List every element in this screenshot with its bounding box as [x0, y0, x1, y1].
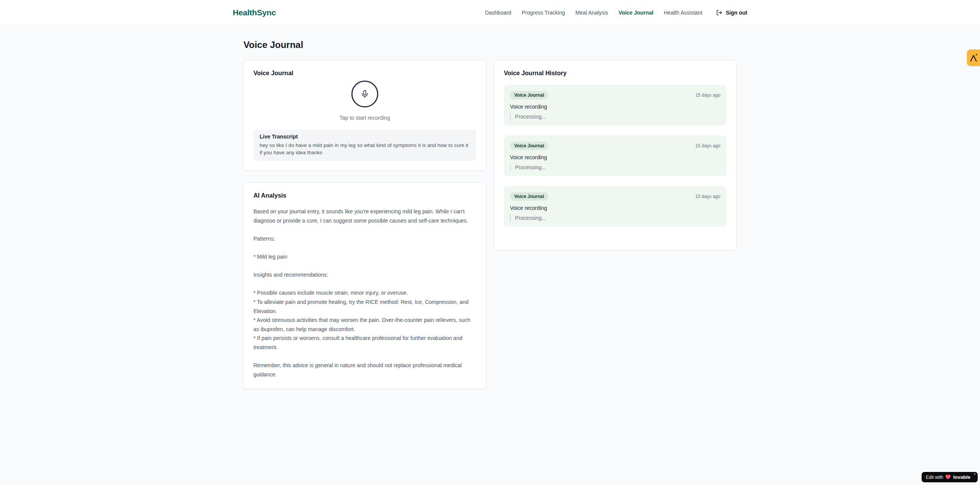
nav-item[interactable]: Dashboard [485, 10, 512, 16]
main-nav: Dashboard Progress Tracking Meal Analysi… [485, 10, 702, 16]
lovable-side-tab[interactable] [967, 49, 980, 66]
record-button[interactable] [351, 81, 378, 107]
app-logo[interactable]: HealthSync [233, 8, 276, 17]
history-processing-status: Processing... [510, 214, 720, 222]
nav-item[interactable]: Meal Analysis [575, 10, 608, 16]
recorder-card-title: Voice Journal [253, 70, 476, 77]
history-type-badge: Voice Journal [510, 192, 548, 201]
sign-out-button[interactable]: Sign out [716, 10, 747, 16]
history-type-badge: Voice Journal [510, 142, 548, 150]
history-entry-label: Voice recording [510, 205, 720, 211]
history-entry-label: Voice recording [510, 154, 720, 160]
history-entry-label: Voice recording [510, 104, 720, 110]
ai-analysis-title: AI Analysis [253, 192, 476, 199]
voice-journal-history-card: Voice Journal History Voice Journal 15 d… [494, 60, 737, 251]
ai-analysis-card: AI Analysis Based on your journal entry,… [243, 182, 486, 389]
voice-recorder-card: Voice Journal Tap to start recording [243, 60, 486, 171]
lovable-heart-icon [945, 475, 951, 480]
history-list-item[interactable]: Voice Journal 15 days ago Voice recordin… [504, 186, 727, 227]
history-card-title: Voice Journal History [504, 70, 727, 77]
close-icon[interactable]: × [973, 472, 976, 476]
lovable-brand-label: lovable [953, 474, 970, 480]
history-type-badge: Voice Journal [510, 91, 548, 99]
live-transcript-text: hey so like I do have a mild pain in my … [260, 142, 470, 156]
nav-item[interactable]: Voice Journal [619, 10, 654, 16]
main-content: Voice Journal Voice Journal [243, 25, 737, 389]
live-transcript-title: Live Transcript [260, 134, 470, 140]
history-list-item[interactable]: Voice Journal 15 days ago Voice recordin… [504, 135, 727, 176]
history-processing-status: Processing... [510, 113, 720, 120]
history-list-item[interactable]: Voice Journal 15 days ago Voice recordin… [504, 85, 727, 125]
sign-out-label: Sign out [726, 10, 747, 16]
top-navbar: HealthSync Dashboard Progress Tracking M… [0, 0, 980, 25]
tap-to-record-label: Tap to start recording [339, 115, 390, 121]
ai-analysis-body: Based on your journal entry, it sounds l… [253, 207, 476, 379]
history-timestamp: 15 days ago [695, 92, 720, 98]
nav-item[interactable]: Progress Tracking [521, 10, 565, 16]
nav-item[interactable]: Health Assistant [664, 10, 702, 16]
live-transcript-box: Live Transcript hey so like I do have a … [253, 130, 476, 161]
edit-with-label: Edit with [926, 475, 943, 480]
microphone-icon [361, 90, 369, 98]
page-title: Voice Journal [243, 40, 737, 50]
history-list: Voice Journal 15 days ago Voice recordin… [504, 85, 727, 227]
log-out-icon [716, 10, 722, 16]
history-timestamp: 15 days ago [695, 143, 720, 148]
edit-with-lovable-badge[interactable]: Edit with lovable × [922, 472, 978, 482]
history-timestamp: 15 days ago [695, 194, 720, 199]
history-processing-status: Processing... [510, 164, 720, 171]
lovable-tab-icon [969, 53, 978, 63]
